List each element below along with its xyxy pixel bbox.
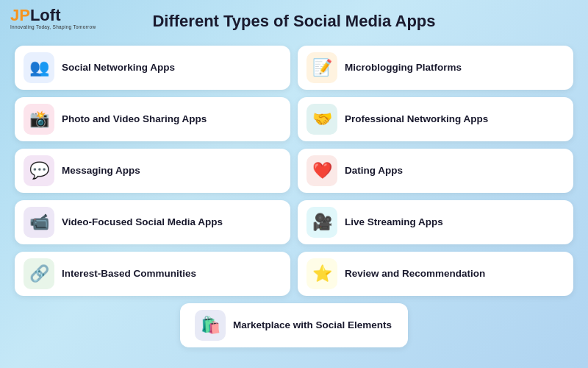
card-label: Live Streaming Apps (345, 216, 443, 229)
card-icon: 🎥 (306, 207, 337, 238)
card-label: Dating Apps (345, 164, 403, 177)
card-icon: ⭐ (306, 258, 337, 289)
card-icon: 💬 (24, 155, 54, 186)
bottom-row: 🛍️ Marketplace with Social Elements (0, 303, 588, 347)
card-label: Messaging Apps (62, 164, 140, 177)
list-item: 👥 Social Networking Apps (15, 46, 290, 90)
logo-tagline: Innovating Today, Shaping Tomorrow (10, 24, 96, 29)
card-icon: 📝 (306, 52, 337, 83)
list-item: 🛍️ Marketplace with Social Elements (180, 303, 408, 347)
card-icon: ❤️ (306, 155, 337, 186)
card-icon: 📸 (24, 104, 54, 135)
card-label: Marketplace with Social Elements (233, 319, 392, 332)
cards-grid: 👥 Social Networking Apps 📝 Microblogging… (0, 37, 588, 296)
card-icon: 🤝 (306, 104, 337, 135)
card-icon: 🛍️ (195, 310, 226, 341)
card-label: Interest-Based Communities (62, 267, 196, 280)
card-label: Microblogging Platforms (345, 61, 462, 74)
card-label: Professional Networking Apps (345, 113, 488, 126)
card-label: Video-Focused Social Media Apps (62, 216, 223, 229)
list-item: 🤝 Professional Networking Apps (298, 97, 573, 141)
list-item: 📝 Microblogging Platforms (298, 46, 573, 90)
card-icon: 🔗 (24, 258, 54, 289)
list-item: ⭐ Review and Recommendation (298, 252, 573, 296)
card-icon: 📹 (24, 207, 54, 238)
logo-loft: Loft (30, 6, 61, 24)
card-icon: 👥 (24, 52, 54, 83)
logo: JPLoft (10, 7, 60, 24)
card-label: Review and Recommendation (345, 267, 485, 280)
list-item: ❤️ Dating Apps (298, 149, 573, 193)
logo-jp: JP (10, 6, 30, 24)
card-label: Photo and Video Sharing Apps (62, 113, 207, 126)
list-item: 🔗 Interest-Based Communities (15, 252, 290, 296)
list-item: 📸 Photo and Video Sharing Apps (15, 97, 290, 141)
card-label: Social Networking Apps (62, 61, 175, 74)
logo-area: JPLoft Innovating Today, Shaping Tomorro… (10, 7, 96, 29)
list-item: 💬 Messaging Apps (15, 149, 290, 193)
list-item: 📹 Video-Focused Social Media Apps (15, 200, 290, 244)
list-item: 🎥 Live Streaming Apps (298, 200, 573, 244)
